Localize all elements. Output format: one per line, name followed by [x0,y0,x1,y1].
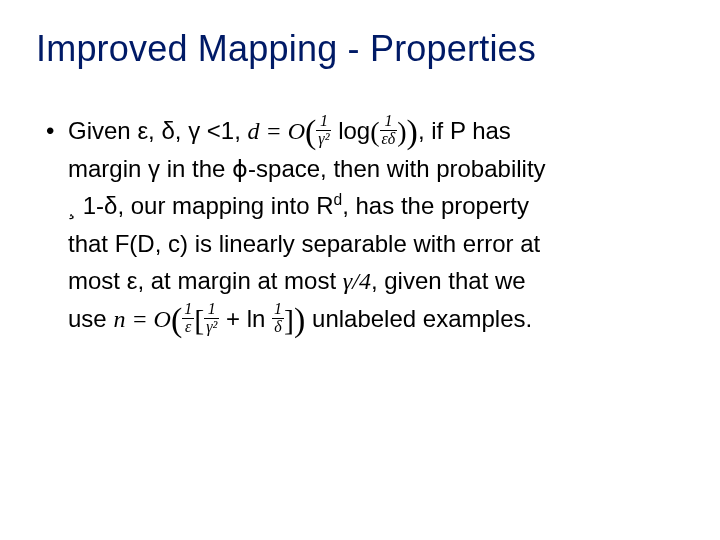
eq-n-prefix: n = O [113,306,171,332]
text-one-minus: 1- [83,192,104,219]
text-lt1: <1, [200,117,247,144]
frac-num: 1 [204,301,219,319]
frac-1-over-epsdelta: 1εδ [380,113,398,148]
text-our-mapping: , our mapping into R [117,192,333,219]
text-comma-1: , [148,117,161,144]
frac-den: εδ [380,131,398,148]
sym-delta-2: δ [104,192,117,219]
bullet-content: Given ε, δ, γ <1, d = O(1γ² log(1εδ)), i… [68,112,684,338]
frac-1-over-gamma2-b: 1γ² [204,301,219,336]
sym-eps-2: ε [127,267,138,294]
frac-den: δ [272,319,284,336]
eq-d: d = O(1γ² log(1εδ)) [248,117,418,144]
bullet-dot: • [46,112,68,149]
sym-eps: ε [137,117,148,144]
text-fdc: that F(D, c) is linearly separable with … [68,230,540,257]
text-given: Given [68,117,137,144]
sym-delta: δ [161,117,174,144]
text-unlabeled: unlabeled examples. [305,305,532,332]
frac-num: 1 [316,113,331,131]
text-if-P-has: , if P has [418,117,511,144]
text-most: most [68,267,127,294]
frac-num: 1 [272,301,284,319]
eq-d-prefix: d = O [248,118,306,144]
text-margin-most: , at margin at most [137,267,342,294]
text-in-the: in the [160,155,232,182]
frac-1-over-gamma2: 1γ² [316,113,331,148]
slide: Improved Mapping - Properties • Given ε,… [0,0,720,540]
slide-title: Improved Mapping - Properties [36,28,684,70]
frac-den: γ² [204,319,219,336]
slide-body: • Given ε, δ, γ <1, d = O(1γ² log(1εδ)),… [46,112,684,338]
sym-phi: ϕ [232,155,248,182]
text-space-then: -space, then with probability [248,155,546,182]
frac-den: ε [182,319,194,336]
eq-plus-ln: + ln [219,305,272,332]
sup-d: d [334,191,343,208]
frac-num: 1 [380,113,398,131]
text-comma-2: , [175,117,188,144]
frac-1-over-delta: 1δ [272,301,284,336]
eq-log: log [331,117,370,144]
eq-n: n = O(1ε[1γ² + ln 1δ]) [113,305,305,332]
text-margin: margin [68,155,148,182]
frac-num: 1 [182,301,194,319]
sym-gamma-2: γ [148,155,160,182]
text-use: use [68,305,113,332]
eq-gamma-over-4: γ/4 [343,268,371,294]
bullet-item: • Given ε, δ, γ <1, d = O(1γ² log(1εδ)),… [46,112,684,338]
frac-1-over-eps: 1ε [182,301,194,336]
sym-gamma-1: γ [188,117,200,144]
text-has-property: , has the property [342,192,529,219]
frac-den: γ² [316,131,331,148]
text-given-that: , given that we [371,267,526,294]
sym-geq: ¸ [68,192,83,219]
